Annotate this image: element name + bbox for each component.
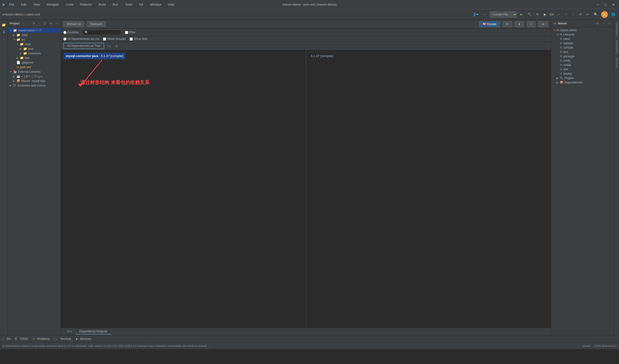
collapse-icon[interactable]: ⇊: [114, 43, 119, 48]
maven-lifecycle-install[interactable]: ⚙ install: [551, 63, 614, 67]
terminal-icon[interactable]: ⬛: [54, 337, 57, 341]
menu-help[interactable]: Help: [166, 2, 177, 7]
tree-item-maven-dep[interactable]: ▶ 📦 Maven: mysql:mys: [8, 79, 61, 83]
vert-bookmarks[interactable]: Bookmarks: [615, 38, 619, 55]
conflicts-radio[interactable]: Conflicts: [63, 31, 79, 34]
panel-close-button[interactable]: ─: [55, 21, 59, 26]
bottom-tab-dep-analyzer[interactable]: Dependency Analyzer: [76, 329, 111, 335]
menu-navigate[interactable]: Navigate: [44, 2, 61, 7]
menu-view[interactable]: View: [31, 2, 42, 7]
reload-button[interactable]: ↻: [535, 12, 540, 17]
back-button[interactable]: ←: [482, 12, 488, 17]
conflicts-radio-input[interactable]: [63, 31, 67, 34]
panel-settings-button[interactable]: ⚙: [32, 21, 36, 26]
maven-close-button[interactable]: ─: [607, 21, 611, 26]
panel-expand-button[interactable]: ↕: [38, 21, 41, 26]
refresh-ui-button[interactable]: Refresh UI: [63, 21, 84, 27]
filter-checkbox-input[interactable]: [125, 31, 128, 34]
tree-item-resources[interactable]: ▶ 📁 resources: [8, 51, 61, 56]
git-bottom-icon[interactable]: ⑂: [2, 337, 4, 341]
filter-checkbox[interactable]: Filter: [125, 31, 136, 34]
maven-tree-lifecycle[interactable]: ▼ ⟳ Lifecycle: [551, 32, 614, 37]
maven-expand-button[interactable]: ↕: [602, 21, 605, 26]
search-input[interactable]: [83, 30, 121, 35]
bottom-tab-text[interactable]: Text: [63, 329, 75, 334]
services-icon[interactable]: ◈: [75, 337, 78, 341]
git-check1-button[interactable]: ✓: [556, 12, 562, 17]
problems-label[interactable]: Problems: [38, 337, 50, 341]
maven-lifecycle-package[interactable]: ⚙ package: [551, 54, 614, 58]
current-file-dropdown[interactable]: Current File: [490, 11, 517, 18]
maven-tree-plugins[interactable]: ▶ 🔌 Plugins: [551, 76, 614, 80]
panel-settings2-button[interactable]: ⚙: [49, 21, 53, 26]
maven-lifecycle-test[interactable]: ⚙ test: [551, 50, 614, 54]
problems-icon[interactable]: ⚠: [32, 337, 35, 341]
sort-icon[interactable]: ≡↕: [106, 43, 113, 48]
tree-item-test[interactable]: ▶ 📁 test: [8, 56, 61, 60]
sidebar-icon-commit[interactable]: ⬆: [1, 29, 7, 35]
close-button[interactable]: ✕: [610, 1, 617, 8]
donate-button[interactable]: 💝 Donate: [479, 21, 500, 27]
git-bottom-label[interactable]: Git: [7, 337, 10, 341]
tree-item-external-libs[interactable]: ▼ 📚 External Libraries: [8, 69, 61, 74]
menu-file[interactable]: File: [7, 2, 17, 7]
maven-lifecycle-verify[interactable]: ⚙ verify: [551, 58, 614, 63]
search-button[interactable]: 🔍: [592, 12, 599, 17]
menu-build[interactable]: Build: [97, 2, 108, 7]
undo-button[interactable]: ↩: [585, 12, 591, 17]
tree-item-gitignore[interactable]: 📄 .gitignore: [8, 60, 61, 65]
maven-tree-root[interactable]: ▼ m maven-demo: [551, 28, 614, 32]
show-size-input[interactable]: [130, 38, 133, 41]
tree-item-pomxml[interactable]: m pom.xml: [8, 65, 61, 69]
all-deps-tree-tab[interactable]: All Dependencies as Tree: [63, 43, 104, 49]
tree-item-idea[interactable]: ▶ 📁 .idea: [8, 33, 61, 37]
show-groupid-input[interactable]: [103, 38, 106, 41]
run-button[interactable]: ▶: [519, 12, 524, 17]
todo-label[interactable]: TODO: [20, 337, 28, 341]
maven-lifecycle-deploy[interactable]: ⚙ deploy: [551, 71, 614, 76]
menu-run[interactable]: Run: [110, 2, 121, 7]
tree-item-src[interactable]: ▼ 📁 src: [8, 37, 61, 42]
todo-icon[interactable]: ☰: [14, 337, 17, 341]
build-button[interactable]: 🔨: [526, 12, 533, 17]
all-deps-list-radio[interactable]: All Dependencies as List: [63, 37, 99, 41]
services-label[interactable]: Services: [80, 337, 91, 341]
sync-button[interactable]: ⟳: [503, 21, 512, 27]
vert-structure[interactable]: Structure: [615, 55, 619, 70]
coverage-button[interactable]: ▶̲: [542, 12, 548, 17]
maven-settings-button[interactable]: ⚙: [595, 21, 600, 26]
plus-button[interactable]: +: [527, 21, 535, 27]
show-groupid-checkbox[interactable]: Show GroupId: [103, 37, 126, 41]
sidebar-icon-branch[interactable]: ⑂: [1, 36, 7, 42]
maven-lifecycle-site[interactable]: ⚙ site: [551, 67, 614, 71]
menu-refactor[interactable]: Refactor: [78, 2, 94, 7]
git-undo-button[interactable]: ↺: [577, 12, 583, 17]
maximize-button[interactable]: □: [603, 1, 609, 8]
sidebar-icon-project[interactable]: 📁: [1, 22, 7, 28]
maven-tree-dependencies[interactable]: ▶ 📦 Dependencies: [551, 80, 614, 84]
git-check2-button[interactable]: ✓: [564, 12, 569, 17]
menu-edit[interactable]: Edit: [19, 2, 29, 7]
panel-collapse-button[interactable]: ☰: [42, 21, 47, 26]
git-push-button[interactable]: ↑: [571, 12, 576, 17]
menu-code[interactable]: Code: [63, 2, 76, 7]
maven-lifecycle-clean[interactable]: ⚙ clean: [551, 37, 614, 41]
account-button[interactable]: 👤▾: [471, 12, 480, 17]
more-button[interactable]: ≫: [538, 21, 549, 27]
all-deps-list-radio-input[interactable]: [63, 38, 67, 41]
reimport-button[interactable]: Reimport: [87, 21, 106, 27]
terminal-label[interactable]: Terminal: [60, 337, 71, 341]
avatar-button[interactable]: A: [601, 11, 608, 18]
tree-item-java[interactable]: ▶ 📁 java: [8, 46, 61, 51]
show-size-checkbox[interactable]: Show Size: [130, 37, 147, 41]
menu-window[interactable]: Window: [147, 2, 163, 7]
minimize-button[interactable]: ─: [595, 1, 601, 8]
vert-notifications[interactable]: Notifications: [615, 20, 619, 38]
dep-selected-item[interactable]: mysql-connector-java : 5.1.47 [compile]: [63, 53, 126, 59]
tree-item-sdk[interactable]: ▶ ☕ < 1.8 > C:\Progra: [8, 74, 61, 79]
menu-git[interactable]: Git: [137, 2, 146, 7]
maven-lifecycle-compile[interactable]: ⚙ compile: [551, 45, 614, 50]
tree-item-maven-demo[interactable]: ▼ 📁 maven-demo D:\字: [8, 28, 61, 33]
menu-tools[interactable]: Tools: [123, 2, 135, 7]
tree-item-main[interactable]: ▼ 📁 main: [8, 42, 61, 46]
